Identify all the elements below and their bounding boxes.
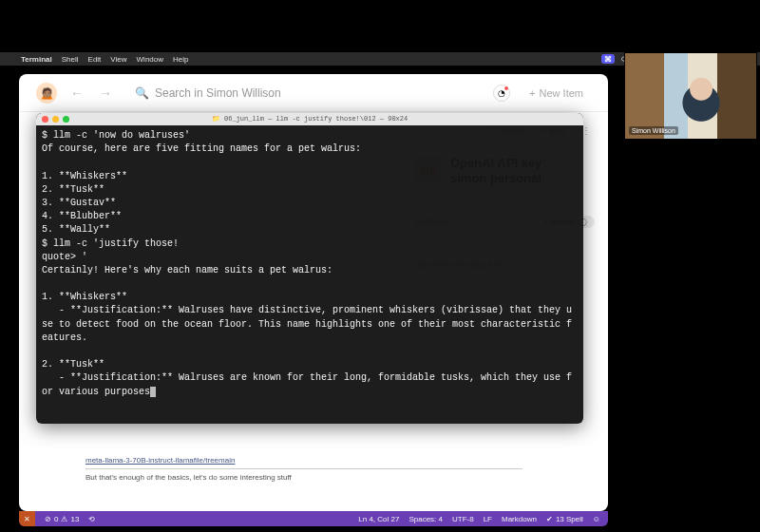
- status-eol[interactable]: LF: [484, 515, 492, 523]
- status-feedback-icon[interactable]: ☺: [593, 515, 600, 523]
- divider: [86, 468, 522, 469]
- close-window-button[interactable]: [42, 116, 48, 123]
- new-item-label: New Item: [540, 87, 583, 99]
- menubar-item-window[interactable]: Window: [137, 55, 163, 64]
- avatar[interactable]: 🙍🏽: [36, 83, 57, 104]
- status-spell[interactable]: ✔ 13 Spell: [546, 515, 583, 523]
- forward-button[interactable]: →: [97, 86, 114, 101]
- terminal-titlebar[interactable]: 📁 06_jun_llm — llm -c justify those!\012…: [36, 113, 583, 125]
- terminal-line: 3. **Gustav**: [42, 198, 116, 208]
- zoom-window-button[interactable]: [63, 116, 69, 123]
- video-call-pip[interactable]: Simon Willison: [624, 52, 757, 140]
- status-errors[interactable]: ⊘ 0 ⚠ 13: [45, 515, 79, 523]
- minimize-window-button[interactable]: [52, 116, 59, 123]
- terminal-line: 1. **Whiskers**: [42, 292, 127, 302]
- terminal-line: 4. **Blubber**: [42, 211, 122, 221]
- terminal-line: Certainly! Here's why each name suits a …: [42, 265, 332, 276]
- status-cursor-position[interactable]: Ln 4, Col 27: [358, 515, 399, 523]
- search-icon: 🔍: [135, 86, 149, 100]
- status-encoding[interactable]: UTF-8: [452, 515, 474, 523]
- doc-text: But that's enough of the basics, let's d…: [86, 473, 522, 482]
- search-placeholder: Search in Simon Willison: [155, 86, 281, 100]
- terminal-line: 2. **Tusk**: [42, 184, 104, 195]
- terminal-line: $ llm -c 'justify those!: [42, 238, 179, 249]
- window-controls: [42, 116, 69, 123]
- menubar-app-name[interactable]: Terminal: [21, 55, 52, 64]
- status-language[interactable]: Markdown: [502, 515, 537, 523]
- plus-icon: +: [529, 87, 535, 99]
- menubar-item-shell[interactable]: Shell: [62, 55, 79, 64]
- back-button[interactable]: ←: [68, 86, 86, 101]
- editor-document-peek: meta-llama-3-70B-instruct-llamafile/tree…: [38, 450, 570, 505]
- new-item-button[interactable]: + New Item: [522, 84, 591, 103]
- search-input[interactable]: 🔍 Search in Simon Willison: [125, 81, 482, 105]
- terminal-line: quote> ': [42, 252, 87, 262]
- browser-toolbar: 🙍🏽 ← → 🔍 Search in Simon Willison ◔ + Ne…: [19, 74, 608, 112]
- terminal-line: - **Justification:** Walruses have disti…: [42, 305, 572, 342]
- terminal-line: Of course, here are five fitting names f…: [42, 143, 361, 154]
- doc-link[interactable]: meta-llama-3-70B-instruct-llamafile/tree…: [86, 456, 522, 465]
- status-indent[interactable]: Spaces: 4: [408, 515, 443, 523]
- terminal-line: - **Justification:** Walruses are known …: [42, 372, 572, 396]
- participant-name: Simon Willison: [629, 126, 678, 135]
- notifications-button[interactable]: ◔: [493, 85, 510, 102]
- status-close-icon[interactable]: ✕: [19, 511, 35, 526]
- menubar-status-pill-icon[interactable]: ⌘: [601, 54, 615, 64]
- menubar-item-view[interactable]: View: [110, 55, 126, 64]
- terminal-line: $ llm -c 'now do walruses': [42, 130, 190, 141]
- warning-icon: ⚠: [61, 515, 67, 523]
- terminal-title: 📁 06_jun_llm — llm -c justify those!\012…: [212, 115, 408, 124]
- menubar-item-help[interactable]: Help: [173, 55, 188, 64]
- terminal-window[interactable]: 📁 06_jun_llm — llm -c justify those!\012…: [36, 113, 583, 424]
- error-icon: ⊘: [45, 515, 51, 523]
- menubar-item-edit[interactable]: Edit: [88, 55, 102, 64]
- terminal-line: 1. **Whiskers**: [42, 171, 127, 181]
- editor-statusbar: ✕ ⊘ 0 ⚠ 13 ⟲ Ln 4, Col 27 Spaces: 4 UTF-…: [19, 511, 608, 526]
- terminal-body[interactable]: $ llm -c 'now do walruses' Of course, he…: [36, 125, 583, 403]
- terminal-line: 5. **Wally**: [42, 224, 110, 235]
- terminal-line: 2. **Tusk**: [42, 359, 104, 370]
- terminal-cursor: [150, 387, 156, 397]
- status-sync-icon[interactable]: ⟲: [88, 515, 95, 523]
